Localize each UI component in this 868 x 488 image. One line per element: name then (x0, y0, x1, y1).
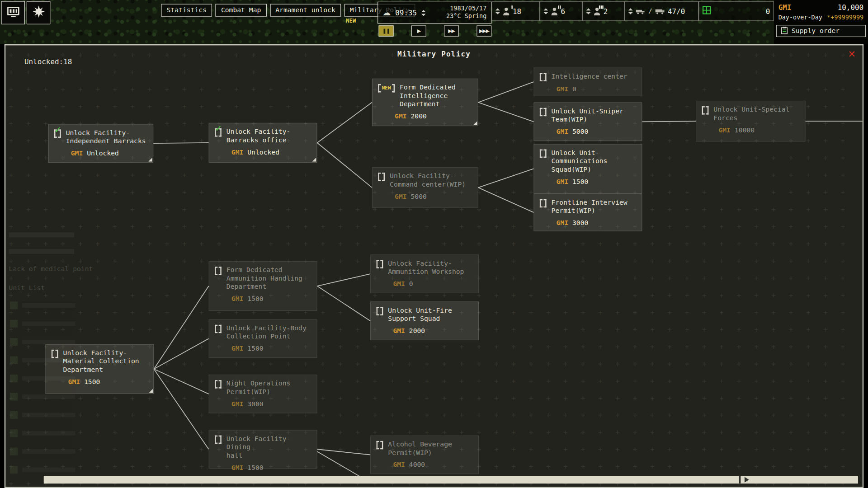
policy-node-intelligence-center[interactable]: Intelligence centerGMI 0 (533, 67, 642, 96)
counter-value: 6 (561, 7, 565, 15)
policy-node-barracks-office[interactable]: ✓Unlock Facility-Barracks officeGMI Unlo… (209, 123, 317, 163)
checkbox-icon (377, 260, 383, 268)
checked-checkbox-icon: ✓ (215, 128, 222, 136)
supply-crate-icon (703, 6, 711, 16)
pause-button[interactable] (379, 25, 394, 36)
clock-time: 09:35 (395, 9, 417, 17)
node-cost: GMI 3000 (557, 219, 636, 227)
military-policy-panel: + + + + + + + + + + + + + + + + + + + + … (5, 44, 863, 488)
scrollbar-notch (739, 476, 741, 483)
node-title: Unlock Facility-Ammunition Workshop (388, 259, 472, 276)
stepper-arrows[interactable] (543, 8, 548, 14)
node-title: Form DedicatedAmmunition HandlingDepartm… (226, 266, 311, 291)
policy-node-ammunition-workshop[interactable]: Unlock Facility-Ammunition WorkshopGMI 0 (370, 254, 479, 293)
stepper-arrows[interactable] (586, 8, 591, 14)
policy-node-independent-barracks[interactable]: ✓Unlock Facility-Independent BarracksGMI… (48, 124, 154, 163)
node-cost: GMI Unlocked (71, 150, 147, 158)
terminal-icon-button[interactable] (1, 1, 25, 24)
node-title: Unlock Facility-Material CollectionDepar… (63, 349, 148, 374)
node-title: Form DedicatedIntelligenceDepartment (400, 84, 472, 108)
checkbox-icon (540, 108, 547, 116)
policy-node-dining-hall[interactable]: Unlock Facility-DininghallGMI 1500 (209, 430, 317, 469)
panel-title: Military Policy (5, 50, 863, 58)
ghost-unit-list-title: Unit List (9, 284, 45, 291)
checkbox-icon (215, 436, 222, 444)
checkbox-icon (702, 106, 709, 114)
node-title: Unlock Facility-Barracks office (226, 128, 311, 145)
corner-mark (149, 389, 153, 393)
day-over-day-label: Day-over-Day (778, 14, 822, 21)
node-cost: GMI 5000 (395, 192, 472, 201)
counter-infantry[interactable]: 18 (491, 1, 540, 21)
policy-node-fire-support-squad[interactable]: Unlock Unit-FireSupport SquadGMI 2000 (370, 301, 479, 340)
corner-mark (473, 121, 477, 125)
node-cost: GMI 1500 (231, 345, 311, 353)
policy-node-sniper-team[interactable]: Unlock Unit-SniperTeam(WIP)GMI 5000 (533, 103, 642, 141)
checkbox-icon (378, 173, 385, 181)
clock-panel: ☁ 09:35 1983/05/17 23°C Spring (377, 2, 491, 24)
combat-alert-icon-button[interactable] (27, 1, 51, 24)
policy-node-body-collection-point[interactable]: Unlock Facility-BodyCollection PointGMI … (209, 319, 317, 358)
node-title: Unlock Facility-BodyCollection Point (226, 324, 311, 341)
policy-node-special-forces[interactable]: Unlock Unit-SpecialForcesGMI 10000 (696, 101, 805, 142)
checked-checkbox-icon: ✓ (54, 130, 61, 138)
soldier-icon (594, 7, 601, 15)
policy-node-command-center[interactable]: Unlock Facility-Command center(WIP)GMI 5… (372, 167, 478, 208)
corner-mark (312, 158, 316, 162)
node-cost: GMI 1500 (68, 378, 148, 386)
clipboard-icon (781, 26, 788, 36)
menu-label: Armament unlock (275, 6, 335, 14)
crate-counter[interactable]: 0 (698, 1, 774, 21)
soldier-icon (551, 7, 558, 15)
vehicle-counter[interactable]: / 47/0 (624, 1, 698, 21)
checkbox-icon (215, 380, 222, 388)
node-cost: GMI 1500 (557, 178, 636, 186)
stepper-arrows[interactable] (628, 8, 633, 14)
node-title: Alcohol BeveragePermit(WIP) (388, 441, 472, 457)
node-cost: GMI 3000 (231, 400, 311, 408)
counter-squads[interactable]: 6 (540, 1, 582, 21)
time-stepper[interactable] (421, 9, 426, 15)
fast-forward-button[interactable]: ▶▶ (444, 25, 459, 36)
finance-panel: GMI 10,000 Day-over-Day *+99999999 Suppl… (774, 0, 868, 44)
unlocked-count: Unlocked:18 (24, 57, 72, 66)
gmi-value: 10,000 (838, 3, 864, 11)
fastest-forward-button[interactable]: ▶▶▶ (476, 25, 491, 36)
checkbox-icon (215, 325, 222, 333)
policy-node-intelligence-department[interactable]: NEWForm DedicatedIntelligenceDepartmentG… (372, 79, 478, 126)
play-button[interactable]: ▶ (411, 25, 426, 36)
top-hud: StatisticsCombat MapArmament unlockMilit… (0, 0, 868, 44)
menu-statistics[interactable]: Statistics (161, 4, 212, 17)
policy-node-material-collection-department[interactable]: Unlock Facility-Material CollectionDepar… (45, 344, 154, 394)
soldier-icon (503, 7, 510, 15)
jeep-icon (636, 6, 646, 16)
new-badge: NEW (378, 84, 395, 92)
gmi-label: GMI (778, 3, 792, 11)
counter-officers[interactable]: 2 (582, 1, 624, 21)
pause-icon (383, 28, 385, 33)
node-cost: GMI 4000 (393, 461, 472, 469)
corner-mark (148, 158, 152, 162)
policy-node-ammunition-handling-department[interactable]: Form DedicatedAmmunition HandlingDepartm… (209, 261, 317, 311)
node-title: Intelligence center (552, 72, 636, 81)
supply-order-button[interactable]: Supply order (776, 25, 866, 37)
menu-label: Combat Map (221, 6, 261, 14)
menu-combat-map[interactable]: Combat Map (216, 4, 267, 17)
counter-value: 2 (604, 7, 608, 15)
horizontal-scrollbar[interactable] (44, 476, 858, 483)
node-title: Unlock Unit-SniperTeam(WIP) (552, 108, 636, 124)
node-title: Unlock Facility-Command center(WIP) (390, 172, 472, 189)
close-icon[interactable]: ✕ (848, 49, 856, 60)
stepper-arrows[interactable] (495, 8, 500, 14)
menu-label: Statistics (167, 6, 207, 14)
policy-node-night-operations-permit[interactable]: Night OperationsPermit(WIP)GMI 3000 (209, 375, 317, 413)
policy-node-frontline-interview-permit[interactable]: Frontline InterviewPermit(WIP)GMI 3000 (533, 194, 642, 231)
policy-node-communications-squad[interactable]: Unlock Unit-CommunicationsSquad(WIP)GMI … (533, 144, 642, 193)
weather-text: 23°C Spring (446, 13, 486, 20)
node-title: Unlock Facility-Dininghall (226, 435, 311, 460)
policy-node-alcohol-beverage-permit[interactable]: Alcohol BeveragePermit(WIP)GMI 4000 (370, 436, 479, 474)
ghost-warning-bar (9, 232, 74, 237)
checkbox-icon (540, 199, 547, 207)
counter-value: 18 (513, 7, 521, 15)
menu-armament-unlock[interactable]: Armament unlock (270, 4, 341, 17)
